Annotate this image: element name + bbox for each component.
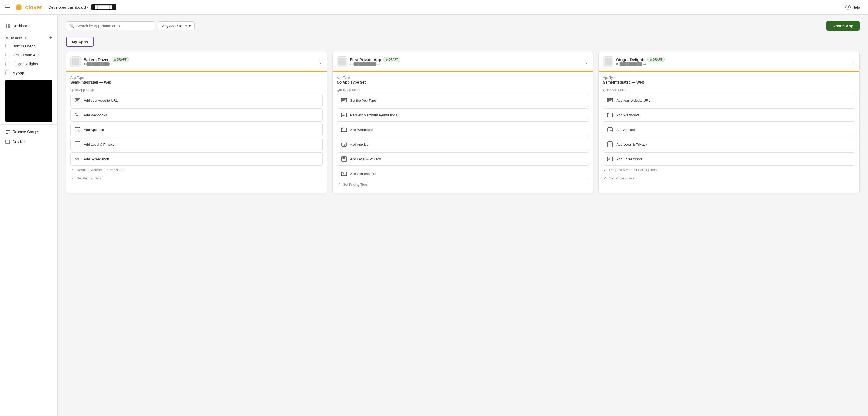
svg-point-29: [344, 144, 345, 146]
status-filter-dropdown[interactable]: Any App Status ▾: [158, 22, 195, 30]
setup-item-app-icon[interactable]: Add App Icon: [603, 123, 855, 136]
setup-item-webhooks[interactable]: Add Webhooks: [603, 109, 855, 122]
setup-item-app-icon[interactable]: Add App Icon: [70, 123, 323, 136]
svg-point-4: [18, 6, 20, 9]
app-card-ginger-delights: Ginger Delights ⊕ DRAFT 89██████████R4 ⋮…: [598, 52, 860, 193]
setup-item-legal[interactable]: Add Legal & Privacy: [337, 152, 589, 166]
svg-rect-24: [341, 98, 346, 102]
add-app-button[interactable]: +: [49, 35, 52, 40]
svg-point-36: [608, 113, 609, 114]
dashboard-icon: [5, 24, 10, 28]
card-body-bakers-dozen: App Type Semi-Integrated — Web Quick App…: [66, 72, 327, 186]
app-type-value: Semi-Integrated — Web: [70, 80, 323, 84]
svg-rect-10: [5, 131, 10, 132]
webhook-icon: [340, 126, 347, 133]
app-type-icon: [340, 97, 347, 104]
top-nav: clover Developer dashboard ▾ ███████ ? H…: [0, 0, 868, 15]
card-menu-button[interactable]: ⋮: [584, 59, 589, 64]
help-circle-icon: ?: [845, 5, 851, 10]
setup-item-webhooks[interactable]: Add Webhooks: [70, 109, 323, 122]
quick-setup-label: Quick App Setup: [603, 88, 855, 92]
release-groups-label: Release Groups: [12, 130, 39, 134]
svg-point-34: [608, 101, 609, 102]
setup-items: Add your website URL Add Webhooks: [603, 94, 855, 166]
svg-rect-39: [608, 142, 612, 147]
app-icon-setup-icon: [606, 126, 614, 133]
check-icon: ✓: [71, 176, 74, 180]
completed-item-pricing: ✓ Set Pricing Tiers: [70, 174, 323, 182]
svg-rect-23: [76, 158, 77, 159]
screenshots-icon: [606, 155, 614, 163]
sidebar-item-first-private-app[interactable]: First Private App: [0, 51, 57, 59]
setup-item-permissions[interactable]: Request Merchant Permissions: [337, 109, 589, 122]
sidebar-app-name: Bakers Dozen: [12, 44, 36, 48]
website-url-icon: [74, 97, 81, 104]
card-app-name: Ginger Delights ⊕ DRAFT: [616, 57, 848, 62]
svg-point-27: [342, 127, 343, 129]
black-block-area: [5, 80, 52, 122]
org-badge[interactable]: ███████: [91, 4, 116, 10]
svg-point-18: [75, 113, 77, 114]
app-type-label: App Type: [337, 76, 589, 80]
card-title-area: Ginger Delights ⊕ DRAFT 89██████████R4: [616, 57, 848, 66]
sidebar-app-name: MyApp: [12, 71, 24, 75]
status-filter-label: Any App Status: [162, 24, 187, 28]
sidebar-item-bakers-dozen[interactable]: Bakers Dozen: [0, 42, 57, 51]
draft-badge: ⊕ DRAFT: [648, 57, 665, 62]
completed-item-merchant: ✓ Request Merchant Permissions: [603, 166, 855, 174]
search-input[interactable]: [76, 24, 151, 28]
screenshots-icon: [74, 155, 81, 163]
sidebar: Dashboard YOUR APPS ▾ + Bakers Dozen Fir…: [0, 15, 58, 416]
svg-rect-37: [608, 127, 612, 132]
hamburger-menu[interactable]: [5, 5, 10, 9]
setup-item-legal[interactable]: Add Legal & Privacy: [70, 138, 323, 151]
app-card-bakers-dozen: Bakers Dozen ⊕ DRAFT TJ██████████C6 ⋮ Ap…: [66, 52, 327, 193]
svg-rect-19: [75, 127, 80, 132]
sidebar-item-dashboard[interactable]: Dashboard: [0, 21, 57, 31]
setup-item-screenshots[interactable]: Add Screenshots: [603, 152, 855, 166]
setup-item-website-url[interactable]: Add your website URL: [603, 94, 855, 107]
help-button[interactable]: ? Help ▾: [845, 5, 863, 10]
app-type-value: Semi-Integrated — Web: [603, 80, 855, 84]
setup-item-webhooks[interactable]: Add Webhooks: [337, 123, 589, 136]
dev-dashboard-dropdown[interactable]: Developer dashboard ▾: [49, 5, 88, 9]
sidebar-item-ginger-delights[interactable]: Ginger Delights: [0, 59, 57, 68]
draft-badge: ⊕ DRAFT: [112, 57, 129, 62]
quick-setup-label: Quick App Setup: [70, 88, 323, 92]
setup-item-app-icon[interactable]: Add App Icon: [337, 138, 589, 151]
search-box[interactable]: 🔍: [66, 22, 155, 30]
sidebar-item-release-groups[interactable]: Release Groups: [0, 127, 57, 137]
sidebar-item-myapp[interactable]: MyApp: [0, 68, 57, 77]
nav-right: ? Help ▾: [845, 5, 863, 10]
check-icon: ✓: [603, 168, 607, 172]
setup-item-screenshots[interactable]: Add Screenshots: [337, 167, 589, 180]
legal-icon: [606, 141, 614, 148]
svg-point-38: [610, 130, 612, 131]
dev-kits-icon: [5, 139, 10, 144]
app-icon-bakers-dozen: [70, 56, 81, 67]
sidebar-item-dev-kits[interactable]: Dev Kits: [0, 137, 57, 147]
card-app-id: ZR██████████N2: [350, 62, 582, 66]
card-menu-button[interactable]: ⋮: [850, 59, 855, 64]
setup-items: Set the App Type Request Merchant Permis…: [337, 94, 589, 180]
completed-item-pricing: ✓ Set Pricing Tiers: [337, 180, 589, 188]
website-url-icon: [606, 97, 614, 104]
setup-item-website-url[interactable]: Add your website URL: [70, 94, 323, 107]
sidebar-apps-list: Bakers Dozen First Private App Ginger De…: [0, 42, 57, 77]
status-filter-chevron: ▾: [189, 24, 191, 28]
create-app-button[interactable]: Create App: [826, 21, 860, 31]
setup-item-screenshots[interactable]: Add Screenshots: [70, 152, 323, 166]
my-apps-tab[interactable]: My Apps: [66, 37, 94, 47]
app-card-first-private: First Private App ⊕ DRAFT ZR██████████N2…: [332, 52, 593, 193]
clover-logo-icon: [15, 3, 23, 11]
card-app-name: First Private App ⊕ DRAFT: [350, 57, 582, 62]
draft-badge: ⊕ DRAFT: [383, 57, 401, 62]
svg-rect-25: [341, 113, 346, 117]
setup-item-legal[interactable]: Add Legal & Privacy: [603, 138, 855, 151]
dashboard-label: Dashboard: [12, 24, 31, 28]
legal-icon: [74, 141, 81, 148]
toolbar: 🔍 Any App Status ▾ Create App: [66, 21, 860, 31]
setup-item-app-type[interactable]: Set the App Type: [337, 94, 589, 107]
card-menu-button[interactable]: ⋮: [318, 59, 323, 64]
check-icon: ✓: [71, 168, 74, 172]
